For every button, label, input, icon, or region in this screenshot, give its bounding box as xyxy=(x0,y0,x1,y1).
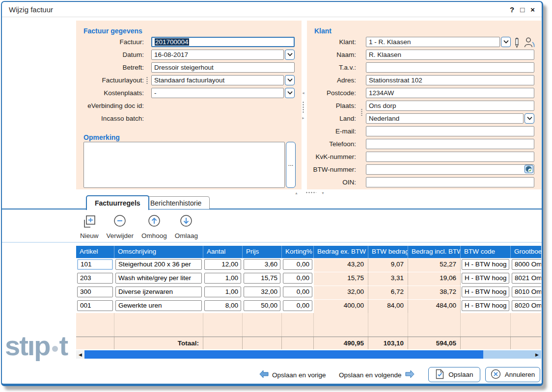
klant-label: Klant: xyxy=(307,37,356,47)
invoice-fields: Factuur:201700004Datum:16-08-2017Betreft… xyxy=(76,37,302,126)
klant-input[interactable]: 1 - R. Klaasen xyxy=(366,37,500,47)
cell-grootboek: 8020 Om xyxy=(511,299,541,313)
remark-more-button[interactable]: ... xyxy=(286,142,296,188)
cell-input-korting[interactable]: 0,00 xyxy=(283,300,312,311)
cell-artikel: 300 xyxy=(76,286,114,299)
splitter-collapse-up-icon[interactable]: ▲ xyxy=(295,191,298,195)
splitter-collapse-left-icon[interactable]: ◄ xyxy=(302,91,305,95)
empty-cell-prijs xyxy=(243,313,282,337)
adres-input[interactable]: Stationsstraat 102 xyxy=(366,75,534,85)
splitter-collapse-down-icon[interactable]: ▼ xyxy=(321,191,325,195)
customer-lookup-icon[interactable] xyxy=(523,37,536,48)
move-down-button[interactable]: Omlaag xyxy=(173,213,199,240)
betreft-input[interactable]: Dressoir steigerhout xyxy=(151,62,295,73)
cell-input-korting[interactable]: 0,00 xyxy=(283,273,312,284)
cell-input-omschrijving[interactable]: Steigerhout 200 x 36 per xyxy=(115,259,202,270)
horizontal-splitter-grip[interactable] xyxy=(305,192,316,193)
cell-input-korting[interactable]: 0,00 xyxy=(283,259,312,270)
cell-input-artikel[interactable]: 300 xyxy=(77,287,113,297)
cell-input-aantal[interactable]: 1,00 xyxy=(204,273,241,284)
cell-input-prijs[interactable]: 50,00 xyxy=(244,300,280,311)
drag-grip-icon[interactable] xyxy=(146,77,148,84)
factuurlayout-dropdown-button[interactable] xyxy=(285,75,295,85)
cell-btw-bedrag: 6,72 xyxy=(368,286,408,299)
total-cell-btw-code xyxy=(461,337,511,349)
column-header-btw-bedrag: BTW bedrag xyxy=(368,246,408,258)
total-cell-prijs xyxy=(243,337,282,349)
cell-input-btw-code[interactable]: H - BTW hoog xyxy=(462,273,509,284)
tab-berichtenhistorie[interactable]: Berichtenhistorie xyxy=(142,196,210,209)
tab-factuurregels[interactable]: Factuurregels xyxy=(86,195,149,210)
cell-input-prijs[interactable]: 3,60 xyxy=(244,259,280,270)
cell-input-omschrijving[interactable]: Diverse ijzerwaren xyxy=(115,287,202,297)
cell-input-grootboek[interactable]: 8020 Om xyxy=(512,300,541,311)
remark-textarea[interactable] xyxy=(83,142,285,188)
save-and-previous-button[interactable]: Opslaan en vorige xyxy=(259,370,326,380)
new-row-button[interactable]: Nieuw xyxy=(79,213,100,240)
total-cell-btw-bedrag: 103,10 xyxy=(368,337,408,349)
horizontal-scrollbar[interactable]: ◀ ▶ xyxy=(76,350,541,359)
plaats-input[interactable]: Ons dorp xyxy=(366,101,534,111)
kostenplaats-input[interactable]: - xyxy=(151,88,284,98)
kvk-nummer-input[interactable] xyxy=(366,152,534,162)
klant-dropdown-button[interactable] xyxy=(501,37,511,47)
land-dropdown-button[interactable] xyxy=(524,113,534,124)
scrollbar-thumb[interactable] xyxy=(84,350,483,359)
oin-input[interactable] xyxy=(366,177,534,187)
splitter-collapse-right-icon[interactable]: ► xyxy=(302,116,305,120)
scroll-right-icon[interactable]: ▶ xyxy=(533,350,541,359)
field-row-betreft: Betreft:Dressoir steigerhout xyxy=(76,62,302,75)
cell-input-aantal[interactable]: 12,00 xyxy=(204,259,241,270)
cell-input-aantal[interactable]: 8,00 xyxy=(204,300,241,311)
cell-input-korting[interactable]: 0,00 xyxy=(283,287,312,297)
btw-nummer-input[interactable] xyxy=(366,164,534,175)
telefoon-input[interactable] xyxy=(366,139,534,149)
tav-input[interactable] xyxy=(366,62,534,73)
cell-korting: 0,00 xyxy=(282,272,314,286)
cell-input-btw-code[interactable]: H - BTW hoog xyxy=(462,300,509,311)
close-icon[interactable]: × xyxy=(530,6,535,13)
cell-bedrag-incl-btw: 19,06 xyxy=(408,272,461,286)
move-up-label: Omhoog xyxy=(141,232,167,239)
delete-row-button[interactable]: Verwijder xyxy=(105,213,136,240)
help-icon[interactable]: ? xyxy=(510,6,514,13)
email-input[interactable] xyxy=(366,126,534,136)
validate-vat-button[interactable] xyxy=(524,165,533,173)
postcode-input[interactable]: 1234AW xyxy=(366,88,534,98)
cell-input-grootboek[interactable]: 8000 Om xyxy=(512,259,541,270)
cell-input-grootboek[interactable]: 8021 Om xyxy=(512,273,541,284)
cell-input-omschrijving[interactable]: Wash white/grey per liter xyxy=(115,273,202,284)
cell-input-artikel[interactable]: 001 xyxy=(77,300,113,311)
cell-input-artikel[interactable]: 203 xyxy=(77,273,113,284)
cell-input-btw-code[interactable]: H - BTW hoog xyxy=(462,259,509,270)
kostenplaats-dropdown-button[interactable] xyxy=(285,88,295,98)
naam-input[interactable]: R. Klaasen xyxy=(366,50,534,60)
cell-input-prijs[interactable]: 15,75 xyxy=(244,273,280,284)
datum-dropdown-button[interactable] xyxy=(285,50,295,60)
cell-bedrag-incl-btw: 38,72 xyxy=(408,286,461,299)
edit-pencil-icon[interactable] xyxy=(514,37,520,48)
factuurlayout-input[interactable]: Standaard factuurlayout xyxy=(151,75,284,85)
scroll-left-icon[interactable]: ◀ xyxy=(76,350,84,359)
save-next-label: Opslaan en volgende xyxy=(339,371,402,379)
cell-input-grootboek[interactable]: 8010 Om xyxy=(512,287,541,297)
cell-input-aantal[interactable]: 1,00 xyxy=(204,287,241,297)
grid-empty-area xyxy=(76,313,541,337)
maximize-icon[interactable]: □ xyxy=(520,6,524,13)
factuur-input[interactable]: 201700004 xyxy=(151,37,295,47)
save-button[interactable]: Opslaan xyxy=(428,367,480,382)
vertical-splitter-grip[interactable] xyxy=(303,101,304,114)
cell-input-artikel[interactable]: 101 xyxy=(77,259,113,270)
remark-heading: Opmerking xyxy=(83,133,120,141)
customer-panel-heading: Klant xyxy=(314,27,331,35)
land-input[interactable]: Nederland xyxy=(366,113,524,124)
cancel-button[interactable]: Annuleren xyxy=(485,367,540,382)
move-up-button[interactable]: Omhoog xyxy=(140,213,168,240)
cell-input-prijs[interactable]: 32,00 xyxy=(244,287,280,297)
cell-bedrag-ex-btw: 400,00 xyxy=(314,300,368,313)
save-and-next-button[interactable]: Opslaan en volgende xyxy=(339,370,414,380)
table-row: 203Wash white/grey per liter1,0015,750,0… xyxy=(76,272,541,286)
datum-input[interactable]: 16-08-2017 xyxy=(151,50,284,60)
cell-input-omschrijving[interactable]: Gewerkte uren xyxy=(115,300,202,311)
cell-input-btw-code[interactable]: H - BTW hoog xyxy=(462,287,509,297)
